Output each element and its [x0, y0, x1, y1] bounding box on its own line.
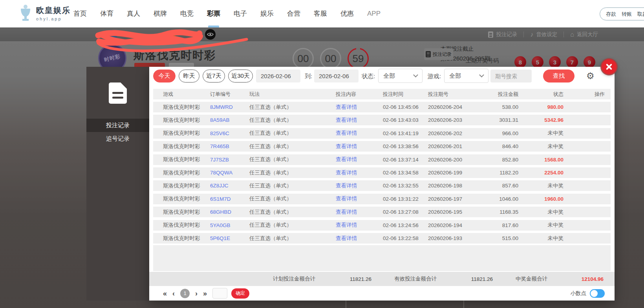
- gear-icon[interactable]: ⚙: [586, 70, 595, 82]
- search-button[interactable]: 查找: [543, 70, 574, 82]
- sidebar-item-追号记录[interactable]: 追号记录: [86, 132, 149, 145]
- cell-time: 02-06 13:34:58: [383, 170, 428, 176]
- cell-play: 任三直选（单式）: [249, 117, 336, 124]
- cell-period: 20260206-193: [428, 235, 483, 241]
- cell-status: 1960.00: [518, 196, 564, 202]
- order-id-link[interactable]: 78QQWA: [210, 170, 249, 176]
- quick-filter-近30天[interactable]: 近30天: [228, 70, 253, 82]
- order-id-link[interactable]: 6S1M7D: [210, 196, 249, 202]
- nav-item-电竞[interactable]: 电竞: [174, 0, 200, 28]
- nav-item-首页[interactable]: 首页: [67, 0, 93, 28]
- cell-period: 20260206-194: [428, 222, 483, 228]
- view-details-link[interactable]: 查看详情: [336, 156, 383, 163]
- nav-item-合营[interactable]: 合营: [280, 0, 307, 28]
- order-id-link[interactable]: 68GHBD: [210, 209, 249, 215]
- column-header-投注期号: 投注期号: [428, 91, 483, 98]
- cell-period: 20260206-204: [428, 104, 483, 110]
- wallet-action-取款[interactable]: 取款: [637, 11, 644, 18]
- cell-status: 2254.00: [518, 170, 564, 176]
- quick-filter-今天[interactable]: 今天: [153, 70, 176, 82]
- cell-time: 02-06 13:27:08: [383, 209, 428, 215]
- order-id-link[interactable]: 5YA0GB: [210, 222, 249, 228]
- view-details-link[interactable]: 查看详情: [336, 195, 383, 202]
- nav-item-APP[interactable]: APP: [360, 0, 387, 28]
- game-select[interactable]: 全部: [444, 69, 488, 83]
- column-header-操作: 操作: [564, 91, 605, 98]
- win-total-value: 12104.96: [558, 276, 604, 282]
- nav-item-棋牌[interactable]: 棋牌: [147, 0, 174, 28]
- cell-period: 20260206-203: [428, 117, 483, 123]
- next-page-button[interactable]: ›: [195, 289, 198, 298]
- main-nav: 首页体育真人棋牌电竞彩票电子娱乐合营客服优惠APP: [67, 0, 387, 28]
- filter-bar: 近30天近7天昨天今天 到: 状态: 全部 游戏: 全部 查找 ⚙: [149, 67, 615, 86]
- order-id-link[interactable]: 6Z8JJC: [210, 183, 249, 189]
- cell-play: 任三直选（单式）: [249, 130, 336, 137]
- order-id-link[interactable]: 7J7SZB: [210, 157, 249, 163]
- view-details-link[interactable]: 查看详情: [336, 130, 383, 137]
- order-id-link[interactable]: 825V6C: [210, 130, 249, 136]
- view-details-link[interactable]: 查看详情: [336, 143, 383, 150]
- view-details-link[interactable]: 查看详情: [336, 222, 383, 229]
- page-jump-confirm-button[interactable]: 确定: [231, 288, 249, 299]
- table-row: 斯洛伐克时时彩825V6C任三直选（单式）查看详情02-06 13:41:192…: [153, 128, 611, 139]
- order-id-link[interactable]: 8JMWRD: [210, 104, 249, 110]
- cell-status: 5342.96: [518, 117, 564, 123]
- cell-period: 20260206-199: [428, 170, 483, 176]
- wallet-action-转账[interactable]: 转账: [622, 11, 632, 18]
- last-page-button[interactable]: »: [203, 289, 207, 298]
- view-details-link[interactable]: 查看详情: [336, 169, 383, 176]
- table-row: 斯洛伐克时时彩8A59AB任三直选（单式）查看详情02-06 13:43:032…: [153, 115, 611, 125]
- cell-period: 20260206-198: [428, 183, 483, 189]
- date-to-input[interactable]: [314, 70, 359, 82]
- table-row: 斯洛伐克时时彩8JMWRD任三直选（单式）查看详情02-06 13:45:062…: [153, 102, 611, 112]
- view-details-link[interactable]: 查看详情: [336, 209, 383, 216]
- nav-item-客服[interactable]: 客服: [307, 0, 334, 28]
- quick-filter-近7天[interactable]: 近7天: [203, 70, 225, 82]
- nav-item-彩票[interactable]: 彩票: [200, 0, 227, 28]
- nav-item-体育[interactable]: 体育: [93, 0, 120, 28]
- cell-status: 未中奖: [518, 143, 564, 150]
- modal-sidebar: 投注记录追号记录: [86, 67, 149, 301]
- quick-filter-昨天[interactable]: 昨天: [179, 70, 199, 82]
- order-id-link[interactable]: 7R465B: [210, 143, 249, 149]
- order-id-link[interactable]: 5P6Q1E: [210, 235, 249, 241]
- cell-period: 20260206-200: [428, 157, 483, 163]
- cell-amount: 3031.31: [483, 117, 518, 123]
- cell-time: 02-06 13:24:56: [383, 222, 428, 228]
- view-details-link[interactable]: 查看详情: [336, 235, 383, 242]
- trophy-icon: [19, 4, 32, 22]
- table-row: 斯洛伐克时时彩78QQWA任三直选（单式）查看详情02-06 13:34:582…: [153, 167, 611, 178]
- close-button[interactable]: [602, 59, 617, 74]
- cell-status: 980.00: [518, 104, 564, 110]
- first-page-button[interactable]: «: [163, 289, 167, 298]
- column-header-玩法: 玩法: [249, 91, 336, 98]
- status-select[interactable]: 全部: [378, 69, 423, 83]
- table-header: 游戏订单编号玩法投注内容投注时间投注期号投注金额状态操作: [153, 89, 611, 99]
- cell-game: 斯洛伐克时时彩: [163, 182, 210, 189]
- order-id-link[interactable]: 8A59AB: [210, 117, 249, 123]
- period-search-input[interactable]: [490, 70, 532, 82]
- cell-period: 20260206-201: [428, 143, 483, 149]
- view-details-link[interactable]: 查看详情: [336, 117, 383, 124]
- prev-page-button[interactable]: ‹: [172, 289, 175, 298]
- view-details-link[interactable]: 查看详情: [336, 104, 383, 111]
- brand-text: 欧皇娱乐 ohyl.app: [36, 5, 71, 21]
- table-row: 斯洛伐克时时彩5P6Q1E任三直选（单式）查看详情02-06 13:22:582…: [153, 233, 611, 244]
- page-jump-input[interactable]: [212, 288, 227, 299]
- nav-item-电子[interactable]: 电子: [227, 0, 254, 28]
- cell-play: 任三直选（单式）: [249, 169, 336, 176]
- cell-time: 02-06 13:41:19: [383, 130, 428, 136]
- nav-item-优惠[interactable]: 优惠: [334, 0, 360, 28]
- wallet-action-存款[interactable]: 存款: [606, 11, 616, 18]
- cell-game: 斯洛伐克时时彩: [163, 117, 210, 124]
- brand-logo[interactable]: 欧皇娱乐 ohyl.app: [19, 4, 71, 22]
- status-label: 状态:: [362, 73, 375, 80]
- decimal-toggle[interactable]: [590, 289, 605, 298]
- date-from-input[interactable]: [256, 70, 300, 82]
- sidebar-item-投注记录[interactable]: 投注记录: [86, 119, 149, 132]
- brand-domain: ohyl.app: [36, 16, 71, 21]
- view-details-link[interactable]: 查看详情: [336, 182, 383, 189]
- nav-item-娱乐[interactable]: 娱乐: [254, 0, 280, 28]
- nav-item-真人[interactable]: 真人: [120, 0, 147, 28]
- cell-play: 任三直选（单式）: [249, 222, 336, 229]
